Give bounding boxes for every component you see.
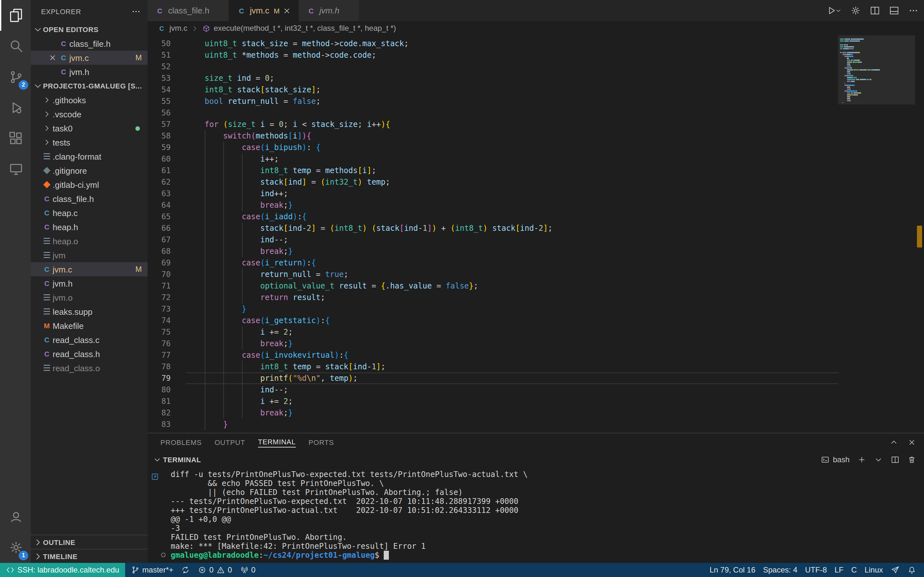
tab-jvm.h[interactable]: Cjvm.h (299, 0, 359, 21)
code-line-70[interactable]: return_null = true; (186, 269, 838, 280)
line-number-52[interactable]: 52 (148, 61, 171, 73)
split-editor-button[interactable] (869, 5, 880, 16)
editor-content[interactable]: uint8_t stack_size = method->code.max_st… (186, 35, 838, 433)
code-line-73[interactable]: } (186, 303, 838, 315)
file-jvm.c[interactable]: Cjvm.cM (31, 262, 148, 276)
file-read_class.c[interactable]: Cread_class.c (31, 333, 148, 347)
line-number-55[interactable]: 55 (148, 95, 171, 107)
file-read_class.o[interactable]: read_class.o (31, 361, 148, 375)
code-line-64[interactable]: break;} (186, 199, 838, 211)
code-editor[interactable]: 5051525354555657585960616263646566676869… (148, 35, 924, 433)
status-sync[interactable] (177, 563, 194, 577)
line-number-70[interactable]: 70 (148, 269, 171, 280)
file-heap.c[interactable]: Cheap.c (31, 206, 148, 220)
status-language-mode[interactable]: C (847, 563, 861, 577)
status-feedback[interactable] (887, 563, 903, 577)
status-eol[interactable]: LF (830, 563, 847, 577)
line-number-62[interactable]: 62 (148, 176, 171, 188)
code-line-68[interactable]: break;} (186, 245, 838, 257)
customize-layout-button[interactable] (889, 5, 900, 16)
status-encoding[interactable]: UTF-8 (801, 563, 830, 577)
code-line-78[interactable]: int8_t temp = stack[ind-1]; (186, 361, 838, 372)
line-number-73[interactable]: 73 (148, 303, 171, 315)
line-number-82[interactable]: 82 (148, 407, 171, 419)
file-jvm.o[interactable]: jvm.o (31, 290, 148, 305)
terminal-picker-button[interactable] (874, 455, 883, 464)
terminal[interactable]: diff -u tests/PrintOnePlusTwo-expected.t… (148, 468, 924, 563)
file-jvm[interactable]: jvm (31, 248, 148, 262)
code-line-71[interactable]: optional_value_t result = {.has_value = … (186, 280, 838, 292)
code-line-67[interactable]: ind--; (186, 234, 838, 245)
close-editor-icon[interactable] (47, 53, 58, 63)
line-number-56[interactable]: 56 (148, 107, 171, 119)
configure-button[interactable] (850, 5, 861, 16)
code-line-57[interactable]: for (size_t i = 0; i < stack_size; i++){ (186, 119, 838, 130)
line-number-68[interactable]: 68 (148, 245, 171, 257)
status-notifications[interactable] (903, 563, 920, 577)
file-read_class.h[interactable]: Cread_class.h (31, 347, 148, 361)
panel-tab-terminal[interactable]: TERMINAL (252, 434, 302, 451)
line-number-58[interactable]: 58 (148, 130, 171, 142)
line-number-69[interactable]: 69 (148, 257, 171, 269)
line-number-50[interactable]: 50 (148, 38, 171, 49)
code-line-50[interactable]: uint8_t stack_size = method->code.max_st… (186, 38, 838, 49)
code-line-75[interactable]: i += 2; (186, 326, 838, 338)
code-line-60[interactable]: i++; (186, 153, 838, 165)
activity-remote-explorer[interactable] (0, 154, 31, 185)
terminal-collapse-chevron[interactable] (153, 455, 162, 464)
code-line-56[interactable] (186, 107, 838, 119)
file-.gitlab-ci.yml[interactable]: .gitlab-ci.yml (31, 177, 148, 192)
line-number-63[interactable]: 63 (148, 188, 171, 199)
open-editor-jvm.c[interactable]: Cjvm.cM (31, 51, 148, 65)
activity-extensions[interactable] (0, 123, 31, 154)
line-number-74[interactable]: 74 (148, 315, 171, 326)
code-line-59[interactable]: case(i_bipush): { (186, 142, 838, 153)
line-number-54[interactable]: 54 (148, 84, 171, 95)
code-line-76[interactable]: break;} (186, 338, 838, 350)
split-terminal-button[interactable] (891, 455, 900, 464)
status-branch[interactable]: master*+ (127, 563, 178, 577)
outline-header[interactable]: OUTLINE (31, 535, 148, 549)
line-number-51[interactable]: 51 (148, 49, 171, 61)
file-Makefile[interactable]: MMakefile (31, 319, 148, 333)
line-number-65[interactable]: 65 (148, 211, 171, 222)
status-remote[interactable]: SSH: labradoodle.caltech.edu (0, 563, 125, 577)
timeline-header[interactable]: TIMELINE (31, 549, 148, 563)
line-number-76[interactable]: 76 (148, 338, 171, 350)
new-terminal-button[interactable] (857, 455, 866, 464)
code-line-55[interactable]: bool return_null = false; (186, 95, 838, 107)
panel-tab-ports[interactable]: PORTS (302, 434, 341, 451)
code-line-58[interactable]: switch(methods[i]){ (186, 130, 838, 142)
status-problems[interactable]: 00 (194, 563, 236, 577)
close-panel-button[interactable] (907, 438, 916, 447)
maximize-panel-button[interactable] (889, 438, 898, 447)
code-line-62[interactable]: stack[ind] = (int32_t) temp; (186, 176, 838, 188)
overview-ruler[interactable] (915, 35, 924, 433)
code-line-69[interactable]: case(i_return):{ (186, 257, 838, 269)
line-number-53[interactable]: 53 (148, 73, 171, 84)
line-number-80[interactable]: 80 (148, 384, 171, 396)
terminal-instance-bash[interactable]: bash (821, 455, 850, 464)
activity-accounts[interactable] (0, 501, 31, 532)
file-class_file.h[interactable]: Cclass_file.h (31, 192, 148, 206)
folder-.githooks[interactable]: .githooks (31, 93, 148, 107)
minimap[interactable] (838, 35, 915, 433)
run-button[interactable] (826, 5, 842, 16)
breadcrumb-file[interactable]: jvm.c (170, 24, 187, 33)
line-number-75[interactable]: 75 (148, 326, 171, 338)
activity-search[interactable] (0, 31, 31, 61)
code-line-53[interactable]: size_t ind = 0; (186, 73, 838, 84)
folder-.vscode[interactable]: .vscode (31, 107, 148, 121)
line-number-59[interactable]: 59 (148, 142, 171, 153)
line-number-72[interactable]: 72 (148, 292, 171, 303)
code-line-61[interactable]: int8_t temp = methods[i]; (186, 165, 838, 176)
file-jvm.h[interactable]: Cjvm.h (31, 276, 148, 290)
panel-tab-problems[interactable]: PROBLEMS (154, 434, 208, 451)
file-leaks.supp[interactable]: leaks.supp (31, 305, 148, 319)
folder-tests[interactable]: tests (31, 135, 148, 149)
folder-task0[interactable]: task0 (31, 121, 148, 135)
open-editor-jvm.h[interactable]: Cjvm.h (31, 65, 148, 79)
terminal-decoration-icon[interactable] (151, 472, 159, 481)
file-heap.o[interactable]: heap.o (31, 234, 148, 248)
code-line-80[interactable]: ind--; (186, 384, 838, 396)
